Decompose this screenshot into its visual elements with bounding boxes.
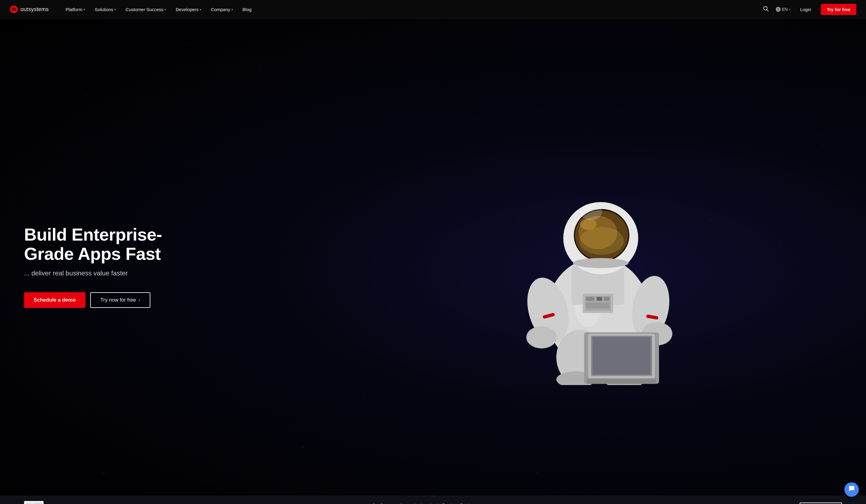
nav-item-blog[interactable]: Blog (238, 0, 256, 19)
nav-item-developers[interactable]: Developers ▾ (171, 0, 206, 19)
platform-chevron-icon: ▾ (84, 8, 85, 11)
hero-subtitle: ... deliver real business value faster (24, 270, 186, 277)
search-icon[interactable] (762, 5, 770, 14)
company-chevron-icon: ▾ (232, 8, 233, 11)
nav-developers-label: Developers (176, 7, 199, 12)
svg-point-29 (579, 227, 624, 255)
svg-point-30 (573, 258, 629, 268)
nav-item-company[interactable]: Company ▾ (206, 0, 237, 19)
banner-text: OutSystems Named a Leader in Back-to-Bac… (53, 503, 790, 504)
svg-line-4 (767, 10, 768, 11)
nav-company-label: Company (211, 7, 230, 12)
svg-rect-37 (586, 302, 610, 308)
svg-rect-36 (604, 297, 609, 301)
svg-point-31 (580, 203, 602, 220)
globe-icon (776, 7, 781, 12)
nav-item-customer-success[interactable]: Customer Success ▾ (121, 0, 171, 19)
nav-platform-label: Platform (66, 7, 82, 12)
solutions-chevron-icon: ▾ (114, 8, 116, 11)
nav-item-solutions[interactable]: Solutions ▾ (90, 0, 121, 19)
brand-name: outsystems (21, 6, 49, 13)
schedule-demo-button[interactable]: Schedule a demo (24, 292, 85, 308)
login-button[interactable]: Login (797, 5, 815, 14)
hero-content: Build Enterprise-Grade Apps Fast ... del… (0, 225, 210, 308)
logo[interactable]: outsystems (10, 5, 49, 13)
outsystems-logo-icon (10, 5, 18, 13)
hero-buttons: Schedule a demo Try now for free › (24, 292, 186, 308)
svg-point-2 (13, 8, 15, 10)
svg-rect-34 (586, 297, 595, 301)
astronaut-image (315, 31, 866, 504)
svg-point-19 (526, 326, 557, 348)
svg-rect-41 (592, 337, 651, 375)
try-now-arrow-icon: › (138, 297, 140, 303)
developers-chevron-icon: ▾ (200, 8, 201, 11)
navbar: outsystems Platform ▾ Solutions ▾ Custom… (0, 0, 866, 19)
lang-chevron-icon: ▾ (789, 8, 790, 11)
svg-rect-35 (597, 297, 602, 301)
bottom-banner: OutSystems Named a Leader in Back-to-Bac… (0, 496, 866, 504)
nav-customer-success-label: Customer Success (126, 7, 164, 12)
svg-rect-42 (587, 379, 656, 384)
language-label: EN (782, 7, 788, 12)
hero-section: Build Enterprise-Grade Apps Fast ... del… (0, 19, 866, 504)
get-latest-button[interactable]: Get the latest (800, 503, 842, 504)
navbar-right: EN ▾ Login Try for free (762, 4, 856, 15)
chat-icon (848, 485, 855, 494)
try-now-button[interactable]: Try now for free › (90, 292, 151, 308)
customer-success-chevron-icon: ▾ (165, 8, 166, 11)
nav-item-platform[interactable]: Platform ▾ (61, 0, 90, 19)
try-now-label: Try now for free (100, 297, 136, 303)
hero-title: Build Enterprise-Grade Apps Fast (24, 225, 186, 263)
gartner-thumbnail (24, 501, 44, 504)
nav-blog-label: Blog (243, 7, 252, 12)
chat-bubble-button[interactable] (844, 482, 859, 497)
language-selector[interactable]: EN ▾ (776, 7, 790, 12)
nav-solutions-label: Solutions (95, 7, 113, 12)
try-free-button[interactable]: Try for free (821, 4, 856, 15)
nav-menu: Platform ▾ Solutions ▾ Customer Success … (61, 0, 762, 19)
